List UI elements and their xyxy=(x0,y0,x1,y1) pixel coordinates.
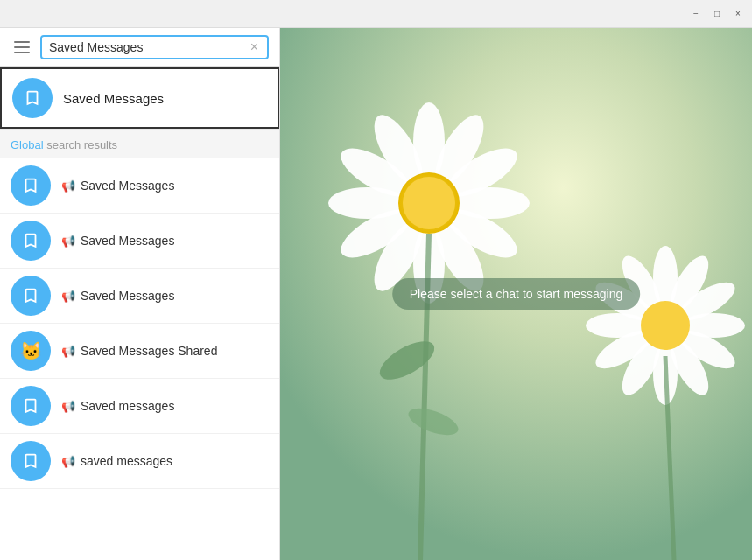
sidebar: × Saved Messages Global search results xyxy=(0,28,280,560)
result-content: 📢 Saved messages xyxy=(61,399,174,413)
hamburger-icon xyxy=(14,46,30,48)
search-input[interactable] xyxy=(49,40,249,54)
global-search-label: Global search results xyxy=(11,138,117,151)
global-label-highlight: Global xyxy=(11,138,44,151)
top-result-name: Saved Messages xyxy=(63,91,164,106)
svg-point-14 xyxy=(403,177,455,229)
result-content: 📢 Saved Messages xyxy=(61,234,174,248)
list-item[interactable]: 📢 Saved Messages xyxy=(0,269,279,324)
megaphone-icon: 📢 xyxy=(61,179,75,192)
main-layout: × Saved Messages Global search results xyxy=(0,28,752,560)
window-buttons: − □ × xyxy=(689,7,745,21)
result-content: 📢 saved messages xyxy=(61,454,172,468)
bookmark-icon xyxy=(21,231,40,250)
chat-background: Please select a chat to start messaging xyxy=(280,28,752,560)
avatar xyxy=(11,276,51,316)
bookmark-icon xyxy=(21,396,40,416)
list-item[interactable]: 📢 Saved Messages xyxy=(0,214,279,269)
result-name: Saved Messages Shared xyxy=(81,344,217,358)
bookmark-icon xyxy=(21,286,40,305)
svg-point-27 xyxy=(641,301,690,350)
minimize-button[interactable]: − xyxy=(689,7,703,21)
menu-button[interactable] xyxy=(11,38,33,57)
result-name: saved messages xyxy=(81,454,172,468)
result-content: 📢 Saved Messages xyxy=(61,178,174,192)
select-chat-message: Please select a chat to start messaging xyxy=(392,278,641,310)
hamburger-icon xyxy=(14,41,30,43)
result-name: Saved Messages xyxy=(81,289,174,303)
avatar xyxy=(11,441,51,481)
clear-search-button[interactable]: × xyxy=(249,40,260,54)
list-item[interactable]: 🐱 📢 Saved Messages Shared xyxy=(0,324,279,379)
close-button[interactable]: × xyxy=(731,7,745,21)
list-item[interactable]: 📢 Saved Messages xyxy=(0,158,279,214)
avatar: 🐱 xyxy=(11,331,51,371)
bookmark-icon xyxy=(21,452,40,471)
megaphone-icon: 📢 xyxy=(61,234,75,248)
list-item[interactable]: 📢 Saved messages xyxy=(0,379,279,434)
result-name: Saved messages xyxy=(81,399,174,413)
top-result-item[interactable]: Saved Messages xyxy=(0,67,279,129)
sidebar-header: × xyxy=(0,28,279,67)
bookmark-icon xyxy=(21,176,40,195)
hamburger-icon xyxy=(14,52,30,53)
result-content: 📢 Saved Messages Shared xyxy=(61,344,217,358)
result-name: Saved Messages xyxy=(81,234,174,248)
megaphone-icon: 📢 xyxy=(61,455,75,468)
avatar xyxy=(12,78,53,118)
megaphone-icon: 📢 xyxy=(61,400,75,413)
global-search-header: Global search results xyxy=(0,129,279,158)
avatar xyxy=(11,220,51,261)
results-list: 📢 Saved Messages 📢 Saved Messages xyxy=(0,158,279,560)
bookmark-icon xyxy=(23,88,42,108)
megaphone-icon: 📢 xyxy=(61,290,75,303)
search-box: × xyxy=(40,35,269,60)
avatar xyxy=(11,165,51,206)
list-item[interactable]: 📢 saved messages xyxy=(0,434,279,489)
window-chrome: − □ × xyxy=(0,0,752,28)
global-label-suffix: search results xyxy=(44,138,118,151)
result-name: Saved Messages xyxy=(81,178,174,192)
chat-panel: Please select a chat to start messaging xyxy=(280,28,752,560)
avatar xyxy=(11,386,51,426)
result-content: 📢 Saved Messages xyxy=(61,289,174,303)
megaphone-icon: 📢 xyxy=(61,345,75,358)
maximize-button[interactable]: □ xyxy=(710,7,724,21)
